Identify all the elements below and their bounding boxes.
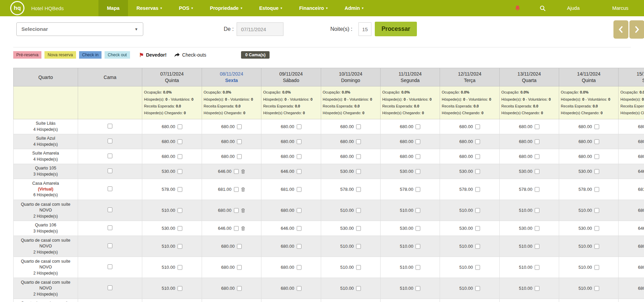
legend-nova-reserva[interactable]: Nova reserva (44, 51, 76, 59)
rate-checkbox[interactable] (475, 226, 480, 231)
bed-checkbox[interactable] (108, 243, 112, 248)
rate-checkbox[interactable] (535, 139, 539, 144)
rate-checkbox[interactable] (594, 244, 599, 249)
legend-check-out[interactable]: Check out (105, 51, 130, 59)
rate-checkbox[interactable] (416, 139, 420, 144)
rate-checkbox[interactable] (475, 139, 480, 144)
rate-checkbox[interactable] (594, 286, 599, 291)
rate-checkbox[interactable] (594, 187, 599, 192)
legend-check-in[interactable]: Check in (79, 51, 102, 59)
rate-checkbox[interactable] (535, 286, 539, 291)
bed-checkbox[interactable] (108, 168, 112, 173)
day-column-header[interactable]: 09/11/2024Sábado (261, 68, 321, 86)
bed-checkbox[interactable] (108, 264, 112, 269)
menu-item-pos[interactable]: POS▾ (170, 0, 201, 16)
rate-checkbox[interactable] (237, 244, 242, 249)
rate-checkbox[interactable] (535, 208, 539, 213)
rate-checkbox[interactable] (178, 265, 182, 270)
rate-checkbox[interactable] (535, 226, 539, 231)
bed-checkbox[interactable] (108, 225, 112, 230)
day-column-header[interactable]: 11/11/2024Segunda (380, 68, 440, 86)
rate-checkbox[interactable] (297, 226, 301, 231)
rate-checkbox[interactable] (237, 265, 242, 270)
menu-item-reservas[interactable]: Reservas▾ (128, 0, 170, 16)
rate-checkbox[interactable] (237, 154, 242, 159)
rate-checkbox[interactable] (297, 187, 301, 192)
rate-checkbox[interactable] (178, 226, 182, 231)
rate-checkbox[interactable] (416, 154, 420, 159)
rate-checkbox[interactable] (416, 286, 420, 291)
rate-checkbox[interactable] (297, 286, 301, 291)
rate-checkbox[interactable] (416, 208, 420, 213)
rate-checkbox[interactable] (594, 208, 599, 213)
rate-checkbox[interactable] (297, 139, 301, 144)
rate-checkbox[interactable] (297, 244, 301, 249)
rate-checkbox[interactable] (535, 154, 539, 159)
bed-checkbox[interactable] (108, 207, 112, 212)
rate-checkbox[interactable] (237, 139, 242, 144)
notifications-button[interactable] (515, 5, 520, 12)
day-column-header[interactable]: 08/11/2024Sexta (202, 68, 261, 86)
legend-pré-reserva[interactable]: Pré-reserva (13, 51, 41, 59)
rate-checkbox[interactable] (535, 169, 539, 174)
trash-icon[interactable] (241, 169, 245, 174)
rate-checkbox[interactable] (234, 226, 239, 231)
rate-checkbox[interactable] (356, 265, 361, 270)
rate-checkbox[interactable] (356, 154, 361, 159)
rate-checkbox[interactable] (594, 124, 599, 129)
rate-checkbox[interactable] (475, 169, 480, 174)
rate-checkbox[interactable] (356, 124, 361, 129)
rate-checkbox[interactable] (594, 154, 599, 159)
rate-checkbox[interactable] (475, 154, 480, 159)
nights-input[interactable] (358, 22, 371, 36)
rate-checkbox[interactable] (475, 124, 480, 129)
rate-checkbox[interactable] (535, 244, 539, 249)
rate-checkbox[interactable] (416, 124, 420, 129)
rate-checkbox[interactable] (535, 187, 539, 192)
rate-checkbox[interactable] (416, 244, 420, 249)
rate-checkbox[interactable] (237, 286, 242, 291)
rate-checkbox[interactable] (594, 169, 599, 174)
rate-checkbox[interactable] (178, 154, 182, 159)
bed-checkbox[interactable] (108, 186, 112, 191)
rate-checkbox[interactable] (594, 265, 599, 270)
trash-icon[interactable] (241, 226, 245, 231)
brand-logo[interactable]: hq (10, 1, 24, 15)
user-menu[interactable]: Marcus (612, 5, 628, 11)
menu-item-mapa[interactable]: Mapa (98, 0, 128, 16)
day-column-header[interactable]: 13/11/2024Quarta (499, 68, 559, 86)
help-link[interactable]: Ajuda (567, 5, 579, 11)
rate-checkbox[interactable] (234, 208, 239, 213)
rate-checkbox[interactable] (178, 244, 182, 249)
day-column-header[interactable]: 15/11/2024Sexta (619, 68, 644, 86)
rate-checkbox[interactable] (416, 187, 420, 192)
rate-checkbox[interactable] (356, 187, 361, 192)
rate-checkbox[interactable] (475, 286, 480, 291)
rate-checkbox[interactable] (297, 154, 301, 159)
search-button[interactable] (539, 5, 546, 12)
rate-checkbox[interactable] (535, 124, 539, 129)
rate-checkbox[interactable] (356, 226, 361, 231)
rate-checkbox[interactable] (234, 169, 239, 174)
day-column-header[interactable]: 10/11/2024Domingo (321, 68, 380, 86)
rate-checkbox[interactable] (535, 265, 539, 270)
next-page-button[interactable] (629, 20, 644, 39)
rate-checkbox[interactable] (234, 187, 239, 192)
rate-checkbox[interactable] (178, 169, 182, 174)
rate-checkbox[interactable] (416, 169, 420, 174)
rate-checkbox[interactable] (356, 244, 361, 249)
rate-checkbox[interactable] (178, 187, 182, 192)
bed-checkbox[interactable] (108, 285, 112, 290)
bed-checkbox[interactable] (108, 154, 112, 158)
day-column-header[interactable]: 14/11/2024Quinta (559, 68, 619, 86)
rate-checkbox[interactable] (475, 244, 480, 249)
rate-checkbox[interactable] (178, 286, 182, 291)
rate-checkbox[interactable] (178, 208, 182, 213)
day-column-header[interactable]: 12/11/2024Terça (440, 68, 499, 86)
rate-checkbox[interactable] (297, 208, 301, 213)
rate-checkbox[interactable] (297, 169, 301, 174)
rate-checkbox[interactable] (475, 265, 480, 270)
rate-checkbox[interactable] (178, 124, 182, 129)
rate-checkbox[interactable] (297, 124, 301, 129)
trash-icon[interactable] (241, 187, 245, 192)
